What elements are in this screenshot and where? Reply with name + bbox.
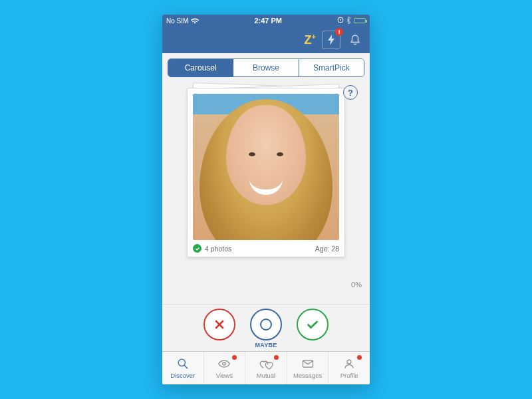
help-button[interactable]: ?: [343, 85, 358, 100]
notifications-button[interactable]: [347, 31, 363, 49]
bluetooth-icon: [346, 17, 351, 25]
photos-count-badge: 4 photos: [193, 244, 231, 253]
x-icon: [212, 317, 227, 332]
person-icon: [342, 357, 356, 370]
tab-mutual[interactable]: Mutual: [245, 352, 287, 384]
seg-carousel[interactable]: Carousel: [168, 59, 233, 76]
check-icon: [305, 317, 321, 332]
segmented-control: Carousel Browse SmartPick: [168, 59, 364, 77]
maybe-label: MAYBE: [255, 342, 277, 348]
boost-badge: !: [335, 28, 343, 36]
profile-photo[interactable]: [193, 94, 339, 240]
tab-discover-label: Discover: [170, 372, 195, 379]
boost-button[interactable]: !: [322, 31, 340, 49]
magnifier-icon: [176, 357, 190, 370]
card-area: ? 4 photos Age: 2: [162, 82, 370, 304]
segmented-control-bar: Carousel Browse SmartPick: [162, 53, 370, 82]
seg-browse-label: Browse: [253, 63, 279, 72]
seg-smartpick-label: SmartPick: [313, 63, 350, 72]
tab-discover[interactable]: Discover: [162, 352, 203, 384]
wifi-icon: [191, 18, 199, 24]
hearts-icon: [259, 357, 273, 370]
tab-bar: Discover Views Mutual Messages Profile: [162, 351, 370, 384]
badge-dot: [232, 355, 237, 360]
status-bar: No SIM 2:47 PM: [162, 15, 370, 27]
svg-point-2: [223, 362, 225, 365]
tab-views[interactable]: Views: [203, 352, 245, 384]
eye-icon: [217, 357, 231, 370]
badge-dot: [274, 355, 279, 360]
seg-browse[interactable]: Browse: [233, 59, 298, 76]
help-icon: ?: [348, 88, 353, 98]
do-not-track-icon: [337, 17, 344, 25]
action-bar: MAYBE: [162, 304, 370, 351]
card-stack: 4 photos Age: 28: [187, 88, 345, 257]
status-time: 2:47 PM: [254, 17, 282, 25]
progress-percent: 0%: [351, 281, 362, 289]
photos-count-text: 4 photos: [205, 245, 231, 253]
battery-icon: [354, 18, 366, 23]
reject-button[interactable]: [203, 309, 235, 340]
carrier-text: No SIM: [166, 17, 188, 25]
navbar: Z+ !: [162, 27, 370, 53]
tab-mutual-label: Mutual: [257, 372, 276, 379]
tab-messages[interactable]: Messages: [287, 352, 329, 384]
profile-card[interactable]: 4 photos Age: 28: [187, 88, 345, 257]
card-footer: 4 photos Age: 28: [193, 240, 339, 253]
logo-letter: Z: [305, 33, 311, 47]
seg-carousel-label: Carousel: [185, 63, 217, 72]
tab-views-label: Views: [216, 372, 233, 379]
tab-messages-label: Messages: [293, 372, 322, 379]
ring-icon: [260, 319, 272, 331]
badge-dot: [357, 355, 362, 360]
tab-profile-label: Profile: [340, 372, 358, 379]
seg-smartpick[interactable]: SmartPick: [299, 59, 364, 76]
svg-point-1: [178, 359, 185, 366]
phone-frame: No SIM 2:47 PM Z+ !: [162, 15, 370, 384]
logo-plus: +: [312, 33, 315, 41]
maybe-button[interactable]: MAYBE: [250, 309, 282, 348]
like-button[interactable]: [297, 309, 329, 340]
verified-check-icon: [193, 244, 201, 253]
tab-profile[interactable]: Profile: [328, 352, 370, 384]
app-logo: Z+: [305, 33, 315, 47]
age-label: Age: 28: [315, 245, 339, 253]
svg-point-4: [347, 360, 351, 364]
envelope-icon: [301, 357, 315, 370]
